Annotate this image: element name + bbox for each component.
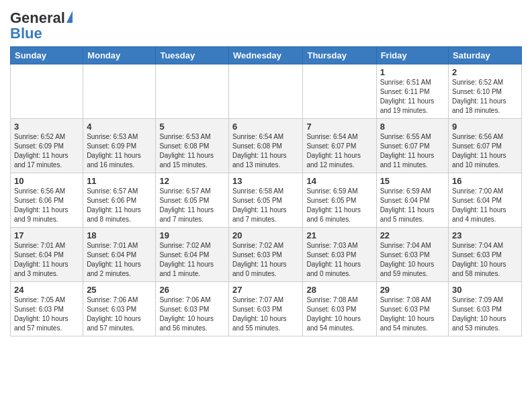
weekday-header-friday: Friday (376, 47, 448, 64)
day-number: 4 (87, 122, 152, 132)
day-number: 30 (452, 285, 518, 295)
day-number: 7 (306, 122, 372, 132)
day-info: Sunrise: 6:59 AM Sunset: 6:05 PM Dayligh… (306, 187, 372, 224)
day-number: 24 (14, 285, 79, 295)
day-info: Sunrise: 6:53 AM Sunset: 6:08 PM Dayligh… (159, 132, 225, 170)
day-info: Sunrise: 6:55 AM Sunset: 6:07 PM Dayligh… (380, 132, 445, 170)
day-info: Sunrise: 7:08 AM Sunset: 6:03 PM Dayligh… (306, 295, 372, 333)
day-number: 25 (87, 285, 152, 295)
header: General Blue (10, 7, 522, 41)
calendar-cell (83, 64, 156, 119)
day-info: Sunrise: 6:57 AM Sunset: 6:06 PM Dayligh… (87, 187, 152, 224)
week-row-4: 17Sunrise: 7:01 AM Sunset: 6:04 PM Dayli… (11, 228, 522, 282)
day-number: 22 (380, 230, 445, 240)
calendar-cell: 23Sunrise: 7:04 AM Sunset: 6:03 PM Dayli… (449, 228, 522, 282)
calendar-cell: 25Sunrise: 7:06 AM Sunset: 6:03 PM Dayli… (83, 282, 156, 336)
calendar-cell: 17Sunrise: 7:01 AM Sunset: 6:04 PM Dayli… (11, 228, 83, 282)
weekday-header-tuesday: Tuesday (156, 47, 229, 64)
calendar-cell: 19Sunrise: 7:02 AM Sunset: 6:04 PM Dayli… (156, 228, 229, 282)
calendar-cell: 11Sunrise: 6:57 AM Sunset: 6:06 PM Dayli… (83, 173, 156, 228)
day-number: 21 (306, 230, 372, 240)
day-number: 28 (306, 285, 372, 295)
calendar-cell: 1Sunrise: 6:51 AM Sunset: 6:11 PM Daylig… (376, 64, 448, 119)
weekday-header-saturday: Saturday (449, 47, 522, 64)
day-number: 20 (232, 230, 299, 240)
day-info: Sunrise: 6:56 AM Sunset: 6:07 PM Dayligh… (452, 132, 518, 170)
day-number: 19 (159, 230, 225, 240)
calendar-cell (11, 64, 83, 119)
calendar-cell: 22Sunrise: 7:04 AM Sunset: 6:03 PM Dayli… (376, 228, 448, 282)
calendar-cell: 8Sunrise: 6:55 AM Sunset: 6:07 PM Daylig… (376, 119, 448, 173)
weekday-header-monday: Monday (83, 47, 156, 64)
day-number: 9 (452, 122, 518, 132)
day-number: 29 (380, 285, 445, 295)
day-info: Sunrise: 6:51 AM Sunset: 6:11 PM Dayligh… (380, 78, 445, 116)
calendar-cell: 4Sunrise: 6:53 AM Sunset: 6:09 PM Daylig… (83, 119, 156, 173)
weekday-header-thursday: Thursday (303, 47, 376, 64)
day-info: Sunrise: 6:54 AM Sunset: 6:07 PM Dayligh… (306, 132, 372, 170)
day-number: 11 (87, 176, 152, 186)
day-number: 1 (380, 67, 445, 77)
day-number: 10 (14, 176, 79, 186)
calendar-cell: 29Sunrise: 7:08 AM Sunset: 6:03 PM Dayli… (376, 282, 448, 336)
day-info: Sunrise: 7:04 AM Sunset: 6:03 PM Dayligh… (380, 241, 445, 279)
week-row-1: 1Sunrise: 6:51 AM Sunset: 6:11 PM Daylig… (11, 64, 522, 119)
calendar-cell: 13Sunrise: 6:58 AM Sunset: 6:05 PM Dayli… (229, 173, 303, 228)
weekday-header-sunday: Sunday (11, 47, 83, 64)
calendar-cell: 30Sunrise: 7:09 AM Sunset: 6:03 PM Dayli… (449, 282, 522, 336)
weekday-header-row: SundayMondayTuesdayWednesdayThursdayFrid… (11, 47, 522, 64)
day-info: Sunrise: 7:01 AM Sunset: 6:04 PM Dayligh… (14, 241, 79, 279)
day-info: Sunrise: 7:02 AM Sunset: 6:04 PM Dayligh… (159, 241, 225, 279)
calendar-cell: 18Sunrise: 7:01 AM Sunset: 6:04 PM Dayli… (83, 228, 156, 282)
calendar-cell: 3Sunrise: 6:52 AM Sunset: 6:09 PM Daylig… (11, 119, 83, 173)
calendar-cell: 10Sunrise: 6:56 AM Sunset: 6:06 PM Dayli… (11, 173, 83, 228)
week-row-2: 3Sunrise: 6:52 AM Sunset: 6:09 PM Daylig… (11, 119, 522, 173)
day-info: Sunrise: 7:01 AM Sunset: 6:04 PM Dayligh… (87, 241, 152, 279)
day-info: Sunrise: 7:03 AM Sunset: 6:03 PM Dayligh… (306, 241, 372, 279)
calendar-cell: 9Sunrise: 6:56 AM Sunset: 6:07 PM Daylig… (449, 119, 522, 173)
day-info: Sunrise: 6:53 AM Sunset: 6:09 PM Dayligh… (87, 132, 152, 170)
day-info: Sunrise: 6:54 AM Sunset: 6:08 PM Dayligh… (232, 132, 299, 170)
day-info: Sunrise: 6:52 AM Sunset: 6:09 PM Dayligh… (14, 132, 79, 170)
calendar-cell: 28Sunrise: 7:08 AM Sunset: 6:03 PM Dayli… (303, 282, 376, 336)
day-info: Sunrise: 7:00 AM Sunset: 6:04 PM Dayligh… (452, 187, 518, 224)
day-info: Sunrise: 7:02 AM Sunset: 6:03 PM Dayligh… (232, 241, 299, 279)
week-row-3: 10Sunrise: 6:56 AM Sunset: 6:06 PM Dayli… (11, 173, 522, 228)
day-number: 23 (452, 230, 518, 240)
day-number: 26 (159, 285, 225, 295)
day-number: 18 (87, 230, 152, 240)
weekday-header-wednesday: Wednesday (229, 47, 303, 64)
day-info: Sunrise: 7:05 AM Sunset: 6:03 PM Dayligh… (14, 295, 79, 333)
logo: General Blue (10, 9, 73, 41)
week-row-5: 24Sunrise: 7:05 AM Sunset: 6:03 PM Dayli… (11, 282, 522, 336)
day-info: Sunrise: 6:57 AM Sunset: 6:05 PM Dayligh… (159, 187, 225, 224)
calendar-cell: 24Sunrise: 7:05 AM Sunset: 6:03 PM Dayli… (11, 282, 83, 336)
day-info: Sunrise: 6:59 AM Sunset: 6:04 PM Dayligh… (380, 187, 445, 224)
logo-text-blue: Blue (10, 26, 73, 41)
day-number: 14 (306, 176, 372, 186)
calendar-cell: 14Sunrise: 6:59 AM Sunset: 6:05 PM Dayli… (303, 173, 376, 228)
logo-triangle-icon (66, 11, 73, 23)
calendar-cell: 5Sunrise: 6:53 AM Sunset: 6:08 PM Daylig… (156, 119, 229, 173)
page: General Blue SundayMondayTuesdayWednesda… (0, 0, 532, 347)
calendar-cell: 12Sunrise: 6:57 AM Sunset: 6:05 PM Dayli… (156, 173, 229, 228)
day-info: Sunrise: 7:09 AM Sunset: 6:03 PM Dayligh… (452, 295, 518, 333)
day-info: Sunrise: 7:07 AM Sunset: 6:03 PM Dayligh… (232, 295, 299, 333)
day-number: 5 (159, 122, 225, 132)
day-number: 27 (232, 285, 299, 295)
calendar-cell: 7Sunrise: 6:54 AM Sunset: 6:07 PM Daylig… (303, 119, 376, 173)
calendar-table: SundayMondayTuesdayWednesdayThursdayFrid… (10, 46, 522, 336)
day-info: Sunrise: 7:04 AM Sunset: 6:03 PM Dayligh… (452, 241, 518, 279)
day-number: 3 (14, 122, 79, 132)
day-number: 8 (380, 122, 445, 132)
calendar-cell: 6Sunrise: 6:54 AM Sunset: 6:08 PM Daylig… (229, 119, 303, 173)
calendar-cell: 20Sunrise: 7:02 AM Sunset: 6:03 PM Dayli… (229, 228, 303, 282)
calendar-cell: 2Sunrise: 6:52 AM Sunset: 6:10 PM Daylig… (449, 64, 522, 119)
day-info: Sunrise: 6:58 AM Sunset: 6:05 PM Dayligh… (232, 187, 299, 224)
calendar-cell (229, 64, 303, 119)
day-info: Sunrise: 7:06 AM Sunset: 6:03 PM Dayligh… (87, 295, 152, 333)
day-number: 2 (452, 67, 518, 77)
day-info: Sunrise: 6:56 AM Sunset: 6:06 PM Dayligh… (14, 187, 79, 224)
day-number: 17 (14, 230, 79, 240)
calendar-cell: 27Sunrise: 7:07 AM Sunset: 6:03 PM Dayli… (229, 282, 303, 336)
